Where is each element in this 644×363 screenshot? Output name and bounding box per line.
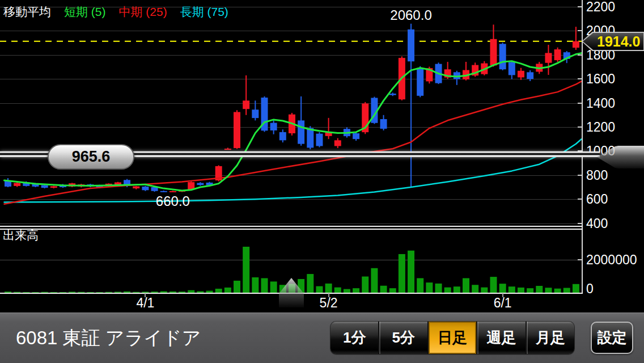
volume-axis-label: 2000000 xyxy=(586,252,637,268)
volume-bar xyxy=(399,254,405,293)
volume-axis-tick xyxy=(578,259,582,260)
x-axis-tick xyxy=(328,293,329,297)
volume-bar xyxy=(408,251,414,293)
price-axis-label: 1600 xyxy=(586,71,615,87)
candle-body xyxy=(353,133,359,139)
settings-button[interactable]: 設定 xyxy=(591,322,633,354)
x-axis-tick xyxy=(502,293,503,297)
candle-body xyxy=(389,94,396,95)
candle-body xyxy=(380,119,387,129)
volume-bar xyxy=(270,281,277,293)
volume-bar xyxy=(307,274,313,293)
volume-bar xyxy=(243,247,249,293)
x-axis-label: 5/2 xyxy=(320,296,338,311)
candle-body xyxy=(490,39,497,66)
candle-body xyxy=(142,187,149,190)
candle-body xyxy=(243,100,249,109)
price-axis-tick xyxy=(578,175,582,176)
candle-body xyxy=(518,71,524,78)
candle-body xyxy=(133,187,139,189)
candle-body xyxy=(160,191,167,192)
price-axis-tick xyxy=(578,223,582,224)
price-axis-tick xyxy=(578,103,582,104)
price-axis-tick xyxy=(578,199,582,200)
price-axis-line xyxy=(582,0,583,294)
volume-axis-label: 0 xyxy=(586,281,594,297)
crosshair-price-bubble[interactable]: 965.6 xyxy=(48,144,134,170)
volume-bar xyxy=(380,286,387,293)
volume-bar xyxy=(325,284,332,293)
price-axis-tick xyxy=(578,6,582,7)
volume-bar xyxy=(371,268,378,293)
period-button-monthly[interactable]: 月足 xyxy=(526,322,574,354)
pane-separator-top xyxy=(0,226,583,227)
candle-body xyxy=(170,191,176,192)
volume-bar xyxy=(499,284,506,293)
volume-bar xyxy=(490,277,497,293)
moving-average-legend: 移動平均 短期 (5) 中期 (25) 長期 (75) xyxy=(3,4,228,20)
candle-body xyxy=(545,53,552,62)
pane-separator-bottom xyxy=(0,229,583,230)
legend-title: 移動平均 xyxy=(3,4,51,20)
current-price-tag-body: 1914.0 xyxy=(583,33,643,50)
volume-bar xyxy=(252,277,259,293)
price-axis-label: 1400 xyxy=(586,95,615,111)
candle-body xyxy=(417,68,423,96)
high-price-annotation: 2060.0 xyxy=(390,7,431,23)
legend-ma-mid: 中期 (25) xyxy=(119,4,167,20)
candle-body xyxy=(573,41,579,48)
price-chart-canvas[interactable] xyxy=(0,0,582,227)
candle-body xyxy=(509,62,515,75)
candle-body xyxy=(527,72,533,79)
x-axis-label: 6/1 xyxy=(494,296,512,311)
price-axis-label: 400 xyxy=(586,216,608,231)
candle-body xyxy=(14,183,20,186)
crosshair-price-label: 965.6 xyxy=(72,148,111,166)
current-price-label: 1914.0 xyxy=(583,33,640,50)
volume-bar xyxy=(362,277,368,294)
volume-bar xyxy=(435,284,442,293)
price-axis-tick xyxy=(578,30,582,31)
volume-bar xyxy=(463,278,469,293)
price-axis-tick xyxy=(578,54,582,56)
x-axis-tick xyxy=(145,293,146,297)
candle-body xyxy=(234,112,240,149)
period-button-1min[interactable]: 1分 xyxy=(331,322,378,354)
volume-bar xyxy=(261,278,268,293)
candle-body xyxy=(197,183,204,185)
legend-ma-short: 短期 (5) xyxy=(64,4,106,20)
candle-body xyxy=(279,132,286,140)
symbol-title: 6081 東証 アライドア xyxy=(16,326,201,351)
candle-body xyxy=(252,109,259,118)
legend-ma-long: 長期 (75) xyxy=(180,4,228,20)
volume-bar xyxy=(573,284,579,293)
bottom-toolbar: 6081 東証 アライドア 1分5分日足週足月足 設定 xyxy=(0,313,644,363)
candle-body xyxy=(307,128,313,148)
candle-body xyxy=(298,120,304,143)
candle-body xyxy=(224,149,231,150)
price-axis-label: 2200 xyxy=(586,0,615,15)
period-button-weekly[interactable]: 週足 xyxy=(476,322,525,354)
price-axis-label: 800 xyxy=(586,167,608,183)
volume-bar xyxy=(472,285,478,293)
period-button-daily[interactable]: 日足 xyxy=(427,322,476,354)
volume-bar xyxy=(426,282,433,293)
price-axis-tick xyxy=(578,78,582,79)
candle-body xyxy=(408,29,414,61)
candle-body xyxy=(270,123,277,130)
volume-pane-title: 出来高 xyxy=(3,227,39,243)
candle-body xyxy=(316,134,323,146)
low-price-annotation: 660.0 xyxy=(156,193,190,209)
current-price-tag: 1914.0 xyxy=(582,32,644,51)
candle-body xyxy=(554,49,561,60)
candle-body xyxy=(50,186,57,188)
timeframe-button-group: 1分5分日足週足月足 xyxy=(331,322,574,354)
price-axis-label: 600 xyxy=(586,192,608,207)
period-button-5min[interactable]: 5分 xyxy=(378,322,427,354)
volume-bar xyxy=(234,281,240,293)
candle-body xyxy=(499,44,506,69)
volume-bar xyxy=(417,278,423,293)
price-axis-label: 1200 xyxy=(586,120,615,135)
price-axis-tick xyxy=(578,126,582,128)
candle-body xyxy=(334,140,341,146)
